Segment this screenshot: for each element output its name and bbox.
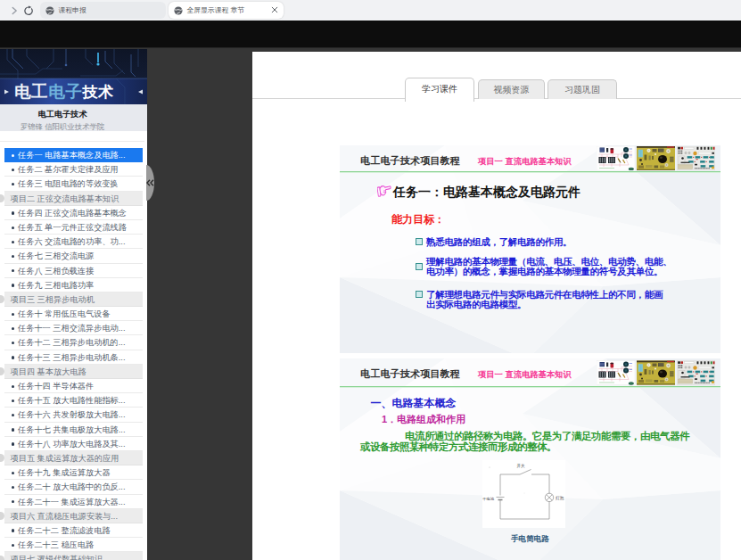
browser-tab-course-apply[interactable]: 课程申报 — [40, 2, 166, 19]
slide-1: 电工电子技术项目教程 项目一 直流电路基本知识 任务一：电路基本概念及电路元件 … — [340, 145, 720, 353]
circuit-photo-trainer — [677, 146, 715, 170]
menu-top-gap — [0, 131, 147, 148]
circuit-photo-pcb — [637, 146, 675, 170]
slide-header-title: 电工电子技术项目教程 — [360, 367, 460, 381]
chapter-item[interactable]: 任务十五 放大电路性能指标... — [4, 393, 143, 408]
chapter-item[interactable]: 任务三 电阻电路的等效变换 — [4, 177, 143, 191]
chapter-item[interactable]: 任务二十三 稳压电路 — [4, 538, 143, 552]
chapter-item[interactable]: 任务二 基尔霍夫定律及应用 — [4, 162, 143, 177]
tab-video-resources[interactable]: 视频资源 — [478, 79, 545, 99]
circuit-photo-schematic — [597, 360, 635, 385]
chapter-item[interactable]: 任务十四 半导体器件 — [4, 379, 143, 393]
chapter-header[interactable]: 项目四 基本放大电路 — [4, 365, 143, 379]
diagram-caption: 手电筒电路 — [489, 534, 572, 545]
chapter-menu: 任务一 电路基本概念及电路...任务二 基尔霍夫定律及应用任务三 电阻电路的等效… — [4, 148, 143, 560]
slide2-subheading: 1．电路组成和作用 — [382, 413, 465, 426]
chapter-item[interactable]: 任务八 三相负载连接 — [4, 264, 143, 278]
sidebar-collapse-handle[interactable] — [146, 165, 154, 201]
chapter-item[interactable]: 任务十二 三相异步电动机的... — [4, 335, 143, 350]
chapter-item[interactable]: 任务六 交流电路的功率、功... — [4, 235, 143, 249]
bullet-square-icon — [416, 238, 423, 245]
pointing-hand-icon — [377, 181, 392, 201]
reload-icon[interactable] — [23, 5, 34, 16]
course-title: 电工电子技术 — [0, 109, 147, 120]
chapter-header[interactable]: 项目三 三相异步电动机 — [4, 292, 143, 307]
close-tab-icon[interactable] — [271, 6, 278, 13]
slide1-bullet-1: 熟悉电路的组成，了解电路的作用。 — [416, 237, 572, 248]
course-info: 电工电子技术 罗锦锋 信阳职业技术学院 — [0, 104, 147, 131]
circuit-photo-trainer — [677, 360, 715, 385]
slide1-bullet-3: 了解理想电路元件与实际电路元件在电特性上的不同，能画 出实际电路的电路模型。 — [416, 290, 663, 311]
circuit-photo-schematic — [597, 146, 635, 170]
content-tabs: 学习课件 视频资源 习题巩固 — [252, 52, 741, 99]
battery-label: 干电池 — [482, 497, 495, 501]
course-banner-image: 电工电子技术 — [0, 49, 147, 104]
chapter-item[interactable]: 任务十七 共集电极放大电路... — [4, 423, 143, 437]
title-bar — [0, 21, 741, 48]
forward-icon[interactable] — [11, 6, 18, 15]
browser-tab-fullscreen-course[interactable]: 全屏显示课程 章节 — [169, 2, 284, 19]
slide1-title: 任务一：电路基本概念及电路元件 — [393, 185, 580, 201]
slide1-bullet-2: 理解电路的基本物理量（电流、电压、电位、电动势、电能、 电功率）的概念，掌握电路… — [416, 257, 671, 278]
chapter-header[interactable]: 项目二 正弦交流电路基本知识 — [4, 192, 143, 206]
slide-2: 电工电子技术项目教程 项目一 直流电路基本知识 一、电路基本概念 1．电路组成和… — [340, 358, 720, 560]
slide1-section-heading: 能力目标： — [391, 212, 445, 227]
chapter-item[interactable]: 任务十六 共发射极放大电路... — [4, 408, 143, 422]
chapter-item[interactable]: 任务十一 三相交流异步电动... — [4, 321, 143, 335]
browser-tab-label: 全屏显示课程 章节 — [187, 5, 245, 15]
chapter-item[interactable]: 任务十八 功率放大电路及其... — [4, 437, 143, 451]
slide-header-title: 电工电子技术项目教程 — [360, 154, 460, 168]
content-panel: 学习课件 视频资源 习题巩固 电工电子技术项目教程 项目一 直流电路基本知识 — [252, 52, 741, 560]
chapter-item[interactable]: 任务五 单一元件正弦交流线路 — [4, 220, 143, 235]
tab-exercises[interactable]: 习题巩固 — [548, 79, 617, 99]
slide-header-divider — [340, 386, 720, 388]
slide2-paragraph: 电流所通过的路径称为电路。它是为了满足功能需要，由电气器件 或设备按照某种特定方… — [360, 431, 717, 453]
course-sidebar: 电工电子技术 电工电子技术 罗锦锋 信阳职业技术学院 任务一 电路基本概念及电路… — [0, 49, 147, 560]
slide-header-unit: 项目一 直流电路基本知识 — [478, 156, 572, 168]
chapter-header[interactable]: 项目七 逻辑代数基础知识 — [4, 552, 143, 560]
bullet-text: 了解理想电路元件与实际电路元件在电特性上的不同，能画 出实际电路的电路模型。 — [426, 290, 663, 311]
slide-header-unit: 项目一 直流电路基本知识 — [478, 369, 572, 381]
switch-label: 开关 — [516, 464, 525, 468]
chapter-item[interactable]: 任务十九 集成运算放大器 — [4, 465, 143, 480]
slide2-heading: 一、电路基本概念 — [371, 396, 457, 411]
chapter-item[interactable]: 任务十 常用低压电气设备 — [4, 307, 143, 321]
slide-background-pattern — [340, 358, 720, 560]
chapter-item[interactable]: 任务二十一 集成运算放大器... — [4, 495, 143, 509]
collapse-arrows-icon — [146, 179, 154, 186]
banner-calligraphy-text: 电工电子技术 — [14, 82, 114, 101]
chapter-item[interactable]: 任务四 正弦交流电路基本概念 — [4, 206, 143, 220]
chapter-item[interactable]: 任务一 电路基本概念及电路... — [4, 148, 143, 162]
tab-courseware[interactable]: 学习课件 — [405, 78, 474, 102]
chapter-item[interactable]: 任务十三 三相异步电动机条... — [4, 350, 143, 365]
bullet-square-icon — [416, 291, 423, 298]
browser-tab-label: 课程申报 — [59, 5, 86, 15]
bullet-text: 理解电路的基本物理量（电流、电压、电位、电动势、电能、 电功率）的概念，掌握电路… — [426, 257, 671, 278]
globe-icon — [45, 6, 54, 15]
chapter-header[interactable]: 项目五 集成运算放大器的应用 — [4, 451, 143, 465]
slide-background-pattern — [340, 145, 720, 353]
chapter-item[interactable]: 任务二十 放大电路中的负反... — [4, 480, 143, 494]
flashlight-circuit-diagram: 开关 干电池 灯泡 — [482, 460, 565, 528]
globe-icon — [174, 6, 183, 15]
chapter-item[interactable]: 任务七 三相交流电源 — [4, 249, 143, 263]
chapter-header[interactable]: 项目六 直流稳压电源安装与... — [4, 509, 143, 523]
chapter-item[interactable]: 任务二十二 整流滤波电路 — [4, 523, 143, 538]
bullet-text: 熟悉电路的组成，了解电路的作用。 — [426, 237, 572, 248]
browser-chrome: 课程申报 全屏显示课程 章节 — [0, 0, 741, 21]
slide-header-divider — [340, 171, 720, 173]
bullet-square-icon — [416, 263, 423, 270]
chapter-item[interactable]: 任务九 三相电路功率 — [4, 278, 143, 292]
circuit-photo-pcb — [637, 360, 675, 385]
